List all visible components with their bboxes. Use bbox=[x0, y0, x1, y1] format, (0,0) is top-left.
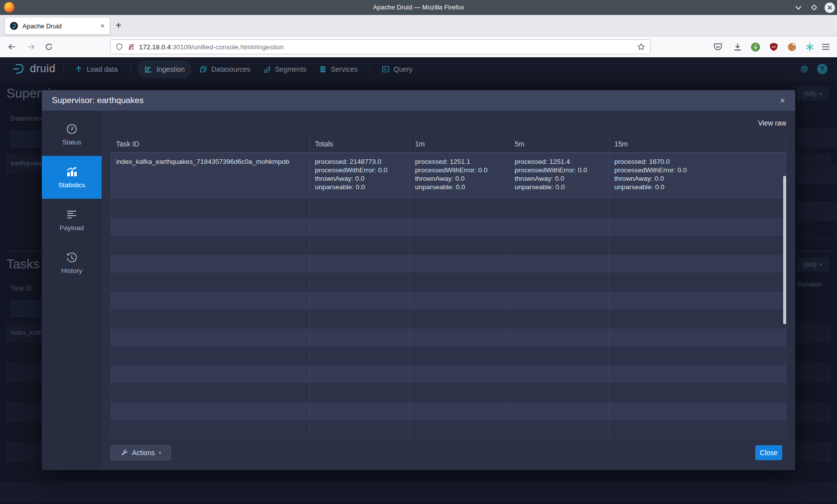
privacy-badger-icon[interactable] bbox=[749, 41, 761, 53]
view-raw-link[interactable]: View raw bbox=[758, 119, 786, 127]
nav-item-load-data[interactable]: Load data bbox=[68, 60, 125, 78]
table-row: index_kafka_earthquakes_7184357396d6c0a_… bbox=[111, 153, 786, 199]
table-row bbox=[0, 482, 837, 502]
supervisors-count-dropdown[interactable]: (5/5) ▾ bbox=[797, 87, 829, 101]
browser-tab[interactable]: Apache Druid × bbox=[4, 17, 110, 35]
pocket-icon[interactable] bbox=[712, 41, 724, 53]
align-left-icon bbox=[66, 209, 78, 221]
duration-column-header: Duration bbox=[798, 280, 822, 288]
table-row bbox=[111, 273, 786, 291]
browser-toolbar: 172.18.0.4:30109/unified-console.html#in… bbox=[0, 36, 837, 57]
nav-item-label: Ingestion bbox=[156, 65, 185, 73]
nav-item-services[interactable]: Services bbox=[312, 60, 365, 78]
url-text: 172.18.0.4:30109/unified-console.html#in… bbox=[139, 43, 637, 51]
menu-item-status[interactable]: Status bbox=[42, 113, 102, 156]
menu-item-payload[interactable]: Payload bbox=[42, 199, 102, 242]
column-header-1m: 1m bbox=[410, 135, 510, 153]
nav-item-ingestion[interactable]: Ingestion bbox=[138, 60, 192, 78]
table-row bbox=[111, 328, 786, 347]
shield-icon[interactable] bbox=[116, 43, 123, 51]
ublock-icon[interactable]: uO bbox=[768, 41, 780, 53]
table-row bbox=[111, 310, 786, 328]
wrench-icon bbox=[121, 449, 128, 457]
ingestion-icon bbox=[144, 65, 152, 73]
actions-button-label: Actions bbox=[132, 449, 155, 457]
dialog-side-menu: Status Statistics Payl bbox=[42, 111, 102, 470]
cookie-extension-icon[interactable] bbox=[786, 41, 798, 53]
tab-title: Apache Druid bbox=[22, 22, 101, 30]
dialog-title: Supervisor: earthquakes bbox=[52, 96, 143, 106]
nav-item-label: Load data bbox=[87, 65, 118, 73]
segments-icon bbox=[263, 65, 271, 73]
dashboard-icon bbox=[66, 123, 78, 135]
window-title: Apache Druid — Mozilla Firefox bbox=[0, 0, 837, 15]
table-row bbox=[111, 347, 786, 365]
close-button[interactable]: Close bbox=[755, 445, 782, 460]
maximize-icon[interactable] bbox=[809, 2, 820, 13]
datasource-column-header: Datasource bbox=[10, 115, 43, 122]
chevron-down-icon: ▾ bbox=[820, 91, 822, 96]
table-scrollbar[interactable] bbox=[783, 176, 786, 324]
query-icon bbox=[382, 65, 390, 73]
menu-item-history[interactable]: History bbox=[42, 242, 102, 284]
stats-table-body-empty bbox=[111, 199, 786, 439]
menu-item-label: Payload bbox=[60, 224, 84, 232]
column-header-15m: 15m bbox=[609, 135, 786, 153]
menu-icon[interactable] bbox=[820, 41, 832, 53]
history-icon bbox=[66, 252, 78, 263]
tasks-title: Tasks bbox=[6, 256, 39, 272]
table-row bbox=[111, 199, 786, 218]
download-icon[interactable] bbox=[731, 41, 743, 53]
reload-icon[interactable] bbox=[42, 41, 56, 53]
table-header-row: Task ID Totals 1m 5m 15m bbox=[111, 135, 786, 153]
nav-item-query[interactable]: Query bbox=[375, 60, 419, 78]
nav-divider bbox=[370, 64, 370, 75]
actions-button[interactable]: Actions ▾ bbox=[111, 445, 171, 460]
cell-task-id: index_kafka_earthquakes_7184357396d6c0a_… bbox=[111, 153, 310, 199]
nav-item-datasources[interactable]: Datasources bbox=[192, 60, 258, 78]
nav-item-label: Services bbox=[331, 65, 358, 73]
screen: Apache Druid — Mozilla Firefox ✕ Apache … bbox=[0, 0, 837, 504]
back-icon[interactable] bbox=[5, 41, 19, 53]
cell-15m: processed: 1670.0 processedWithError: 0.… bbox=[609, 153, 786, 199]
dialog-close-icon[interactable]: × bbox=[780, 96, 785, 105]
nav-item-label: Datasources bbox=[211, 65, 251, 73]
minimize-icon[interactable] bbox=[793, 2, 804, 13]
bookmark-star-icon[interactable] bbox=[637, 43, 645, 51]
window-close-icon[interactable]: ✕ bbox=[825, 2, 835, 13]
help-icon[interactable]: ? bbox=[817, 64, 828, 74]
container-icon[interactable] bbox=[804, 41, 816, 53]
supervisors-table-rows bbox=[797, 128, 837, 239]
tab-close-icon[interactable]: × bbox=[101, 22, 105, 29]
table-row bbox=[111, 383, 786, 402]
lock-insecure-icon[interactable] bbox=[128, 43, 135, 51]
new-tab-button[interactable]: + bbox=[116, 20, 122, 31]
dialog-header: Supervisor: earthquakes × bbox=[42, 90, 795, 111]
menu-item-statistics[interactable]: Statistics bbox=[42, 156, 102, 199]
url-host: 172.18.0.4 bbox=[139, 43, 171, 51]
supervisors-count: (5/5) bbox=[803, 90, 817, 98]
nav-item-label: Segments bbox=[275, 65, 306, 73]
table-row bbox=[111, 254, 786, 273]
tasks-count-dropdown[interactable]: (9/9) ▾ bbox=[797, 257, 829, 271]
cell-totals: processed: 2148773.0 processedWithError:… bbox=[310, 153, 410, 199]
druid-brand: druid bbox=[30, 62, 55, 75]
stats-table: Task ID Totals 1m 5m 15m index_kafka_ear… bbox=[111, 135, 786, 439]
settings-gear-icon[interactable] bbox=[799, 64, 810, 76]
column-header-totals: Totals bbox=[310, 135, 410, 153]
task-id-column-header: Task ID bbox=[10, 284, 32, 292]
druid-logo-icon bbox=[11, 62, 26, 76]
cell-1m: processed: 1251.1 processedWithError: 0.… bbox=[410, 153, 510, 199]
table-row bbox=[111, 365, 786, 383]
nav-item-segments[interactable]: Segments bbox=[256, 60, 313, 78]
url-bar[interactable]: 172.18.0.4:30109/unified-console.html#in… bbox=[110, 39, 651, 54]
dialog-content: View raw Task ID Totals 1m 5m 15m index_… bbox=[102, 111, 795, 470]
column-header-5m: 5m bbox=[510, 135, 609, 153]
supervisor-row-label[interactable]: earthquakes bbox=[10, 159, 46, 167]
forward-icon[interactable] bbox=[24, 41, 38, 53]
table-row bbox=[111, 420, 786, 439]
table-row bbox=[111, 236, 786, 254]
table-row bbox=[111, 291, 786, 310]
nav-divider bbox=[63, 64, 64, 75]
tasks-count: (9/9) bbox=[803, 261, 817, 268]
